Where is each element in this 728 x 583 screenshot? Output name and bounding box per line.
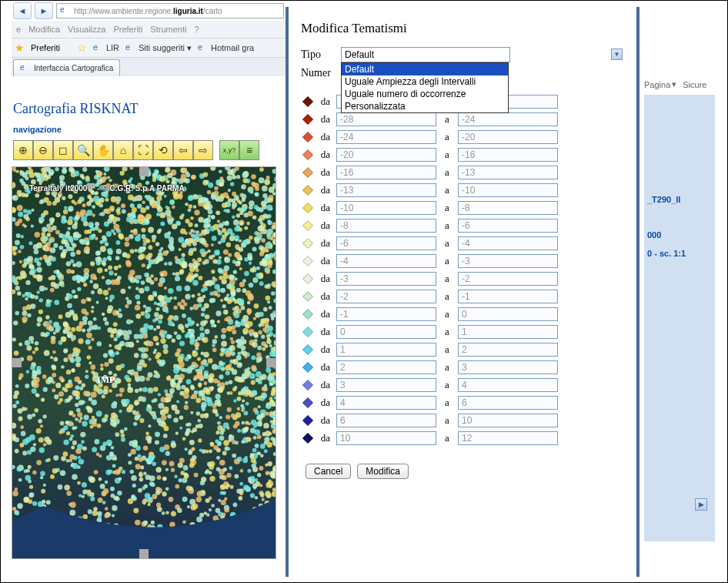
- range-from-input[interactable]: [336, 272, 436, 286]
- tipo-dropdown: DefaultUguale Ampiezza degli IntervalliU…: [341, 62, 509, 113]
- range-to-input[interactable]: [458, 272, 558, 286]
- range-from-input[interactable]: [336, 290, 436, 303]
- range-from-input[interactable]: [336, 343, 436, 357]
- range-from-input[interactable]: [336, 254, 436, 268]
- scroll-right-button[interactable]: ▶: [695, 498, 707, 511]
- sicure-menu[interactable]: Sicure: [683, 79, 706, 89]
- range-from-input[interactable]: [336, 414, 436, 427]
- range-to-input[interactable]: [458, 431, 558, 445]
- fav-siti[interactable]: eSiti suggeriti ▾: [125, 42, 192, 53]
- range-from-input[interactable]: [336, 378, 436, 392]
- range-from-input[interactable]: [336, 183, 436, 197]
- tipo-option[interactable]: Default: [342, 63, 508, 75]
- a-label: a: [441, 273, 453, 285]
- tool-zoom-box[interactable]: ◻: [53, 140, 73, 160]
- tipo-select[interactable]: ▼ DefaultUguale Ampiezza degli Intervall…: [341, 47, 624, 62]
- range-to-input[interactable]: [458, 414, 558, 427]
- menu-help[interactable]: ?: [194, 25, 199, 34]
- range-to-input[interactable]: [458, 290, 558, 303]
- tipo-input[interactable]: [341, 47, 510, 62]
- a-label: a: [441, 379, 453, 391]
- menu-preferiti[interactable]: Preferiti: [113, 25, 142, 34]
- range-from-input[interactable]: [336, 166, 436, 179]
- tool-zoom-in[interactable]: ⊕: [13, 140, 33, 160]
- map-canvas[interactable]: TerraItaly it2000™ - © C.G.R. S.p.A PARM…: [12, 166, 276, 559]
- range-from-input[interactable]: [336, 431, 436, 445]
- range-to-input[interactable]: [458, 201, 558, 215]
- tool-right[interactable]: ⇨: [193, 140, 213, 160]
- tool-prev[interactable]: ⟲: [153, 140, 173, 160]
- tipo-option[interactable]: Uguale numero di occorrenze: [342, 88, 508, 100]
- menu-strumenti[interactable]: Strumenti: [150, 25, 186, 34]
- range-to-input[interactable]: [458, 236, 558, 250]
- range-color-icon: [302, 433, 313, 444]
- right-item-3[interactable]: 0 - sc. 1:1: [647, 249, 686, 258]
- range-to-input[interactable]: [458, 378, 558, 392]
- range-from-input[interactable]: [336, 201, 436, 215]
- fav-lir[interactable]: eLIR: [93, 42, 119, 53]
- range-from-input[interactable]: [336, 325, 436, 339]
- range-to-input[interactable]: [458, 219, 558, 233]
- pagina-menu[interactable]: Pagina ▾: [644, 79, 676, 89]
- modifica-button[interactable]: Modifica: [357, 464, 409, 479]
- range-from-input[interactable]: [336, 148, 436, 162]
- tool-extent[interactable]: ⛶: [133, 140, 153, 160]
- url-bar[interactable]: e http://www.ambiente.regione.liguria.it…: [56, 3, 284, 18]
- tool-zoom-out[interactable]: ⊖: [33, 140, 53, 160]
- tool-home[interactable]: ⌂: [113, 140, 133, 160]
- favorites-star-icon[interactable]: ★: [15, 42, 25, 54]
- a-label: a: [441, 166, 453, 179]
- right-item-1[interactable]: _T290_II: [647, 195, 680, 204]
- tipo-option[interactable]: Uguale Ampiezza degli Intervalli: [342, 75, 508, 88]
- range-to-input[interactable]: [458, 307, 558, 321]
- range-from-input[interactable]: [336, 112, 436, 126]
- range-from-input[interactable]: [336, 396, 436, 410]
- fav-hotmail[interactable]: eHotmail gra: [198, 42, 254, 53]
- range-from-input[interactable]: [336, 307, 436, 321]
- range-to-input[interactable]: [458, 166, 558, 179]
- tool-xy[interactable]: x,y?: [219, 140, 239, 160]
- right-item-2[interactable]: 000: [647, 230, 661, 240]
- range-to-input[interactable]: [458, 325, 558, 339]
- range-from-input[interactable]: [336, 219, 436, 233]
- range-to-input[interactable]: [458, 130, 558, 144]
- range-from-input[interactable]: [336, 236, 436, 250]
- range-color-icon: [302, 114, 313, 125]
- map-handle-w[interactable]: [12, 358, 22, 367]
- tab-interfaccia[interactable]: e Interfaccia Cartografica: [13, 59, 120, 76]
- range-to-input[interactable]: [458, 254, 558, 268]
- nav-forward-button[interactable]: ►: [35, 2, 53, 19]
- map-handle-e[interactable]: [266, 358, 276, 367]
- da-label: da: [319, 432, 332, 444]
- range-to-input[interactable]: [458, 360, 558, 374]
- tool-info[interactable]: ≡: [239, 140, 259, 160]
- map-handle-s[interactable]: [139, 549, 149, 558]
- tipo-option[interactable]: Personalizzata: [342, 100, 508, 112]
- da-label: da: [319, 361, 332, 374]
- ie-icon: e: [20, 63, 31, 74]
- tool-left[interactable]: ⇦: [173, 140, 193, 160]
- menu-visualizza[interactable]: Visualizza: [68, 25, 105, 34]
- tool-zoom-full[interactable]: 🔍: [73, 140, 93, 160]
- tool-pan[interactable]: ✋: [93, 140, 113, 160]
- tab-bar: e Interfaccia Cartografica: [12, 58, 286, 76]
- favorites-bar: ★ Preferiti ☆ eLIR eSiti suggeriti ▾ eHo…: [12, 38, 286, 58]
- ie-command-bar: Pagina ▾ Sicure: [644, 79, 706, 89]
- range-to-input[interactable]: [458, 183, 558, 197]
- a-label: a: [441, 326, 453, 338]
- menu-file[interactable]: e: [16, 25, 21, 34]
- map-handle-n[interactable]: [139, 167, 149, 176]
- da-label: da: [319, 414, 332, 427]
- range-from-input[interactable]: [336, 130, 436, 144]
- favorites-label[interactable]: Preferiti: [31, 43, 60, 52]
- range-to-input[interactable]: [458, 112, 558, 126]
- menu-modifica[interactable]: Modifica: [28, 25, 60, 34]
- range-from-input[interactable]: [336, 360, 436, 374]
- range-to-input[interactable]: [458, 396, 558, 410]
- nav-back-button[interactable]: ◄: [13, 2, 32, 19]
- cancel-button[interactable]: Cancel: [306, 464, 351, 479]
- range-to-input[interactable]: [458, 148, 558, 162]
- a-label: a: [441, 184, 453, 196]
- range-to-input[interactable]: [458, 343, 558, 357]
- chevron-down-icon[interactable]: ▼: [611, 49, 623, 60]
